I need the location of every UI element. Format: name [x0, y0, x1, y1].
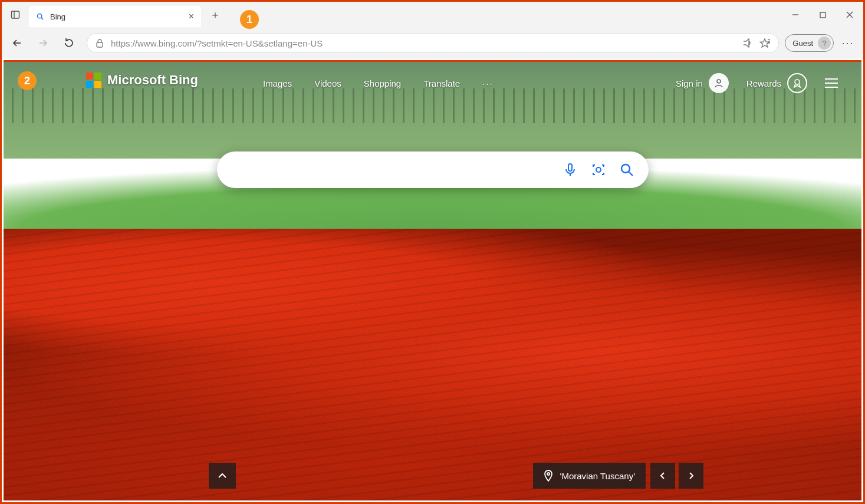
- browser-tab[interactable]: Bing ×: [29, 6, 201, 27]
- microsoft-tiles-icon: [86, 73, 101, 88]
- bing-favicon-icon: [36, 12, 44, 21]
- browser-chrome: Bing × ＋ 1 Guest ?: [2, 2, 863, 58]
- svg-point-19: [596, 167, 601, 172]
- hamburger-menu-icon[interactable]: [825, 78, 838, 88]
- avatar-icon: ?: [818, 37, 831, 50]
- nav-images[interactable]: Images: [263, 78, 292, 88]
- bing-header: Microsoft Bing Images Videos Shopping Tr…: [4, 62, 861, 104]
- close-tab-icon[interactable]: ×: [189, 12, 194, 21]
- window-controls: [782, 2, 863, 28]
- rewards-label: Rewards: [746, 78, 781, 88]
- new-tab-button[interactable]: ＋: [206, 5, 225, 24]
- close-window-button[interactable]: [836, 2, 863, 28]
- bing-nav: Images Videos Shopping Translate ···: [263, 78, 494, 88]
- location-pin-icon: [544, 470, 553, 482]
- tab-actions-icon[interactable]: [2, 10, 29, 19]
- nav-more-icon[interactable]: ···: [482, 78, 494, 88]
- bing-logo-text: Microsoft Bing: [107, 73, 198, 88]
- search-box: [217, 151, 649, 188]
- svg-rect-0: [12, 11, 19, 18]
- prev-image-button[interactable]: [650, 463, 675, 489]
- user-icon: [709, 73, 729, 93]
- svg-point-15: [717, 80, 721, 83]
- lock-icon: [96, 38, 104, 48]
- bing-footer: 'Moravian Tuscany': [4, 463, 861, 489]
- forward-button: [31, 31, 55, 55]
- svg-line-21: [629, 172, 633, 176]
- nav-translate[interactable]: Translate: [423, 78, 460, 88]
- browser-toolbar: Guest ? ···: [2, 28, 863, 58]
- voice-search-icon[interactable]: [563, 162, 578, 177]
- profile-button[interactable]: Guest ?: [785, 34, 834, 52]
- favorites-icon[interactable]: [759, 38, 770, 48]
- rewards-medal-icon: [787, 73, 807, 93]
- more-menu-button[interactable]: ···: [836, 31, 860, 55]
- maximize-button[interactable]: [809, 2, 836, 28]
- svg-rect-17: [568, 164, 572, 171]
- search-icon[interactable]: [619, 162, 634, 177]
- annotation-badge-2: 2: [18, 71, 37, 90]
- bing-homepage: 2 Microsoft Bing Images Videos Shopping …: [4, 62, 861, 500]
- image-info-button[interactable]: 'Moravian Tuscany': [533, 463, 646, 489]
- refresh-button[interactable]: [57, 31, 81, 55]
- image-search-icon[interactable]: [591, 162, 606, 177]
- svg-point-2: [37, 14, 41, 18]
- nav-videos[interactable]: Videos: [314, 78, 341, 88]
- expand-up-button[interactable]: [209, 463, 236, 489]
- svg-rect-10: [97, 42, 103, 47]
- svg-point-20: [621, 164, 630, 173]
- svg-point-22: [547, 473, 550, 475]
- svg-rect-5: [820, 12, 825, 18]
- nav-shopping[interactable]: Shopping: [364, 78, 401, 88]
- page-viewport: 2 Microsoft Bing Images Videos Shopping …: [4, 60, 861, 500]
- minimize-button[interactable]: [782, 2, 809, 28]
- read-aloud-icon[interactable]: [742, 38, 752, 48]
- address-bar[interactable]: [87, 33, 779, 53]
- back-button[interactable]: [5, 31, 29, 55]
- search-input[interactable]: [231, 164, 563, 176]
- rewards-button[interactable]: Rewards: [746, 73, 807, 93]
- next-image-button[interactable]: [679, 463, 703, 489]
- signin-label: Sign in: [676, 78, 703, 88]
- title-bar: Bing × ＋ 1: [2, 2, 863, 28]
- url-input[interactable]: [111, 38, 735, 48]
- annotation-badge-1: 1: [240, 10, 259, 29]
- tab-title: Bing: [50, 12, 65, 21]
- image-location-label: 'Moravian Tuscany': [560, 471, 635, 481]
- signin-button[interactable]: Sign in: [676, 73, 729, 93]
- page-scroll-region[interactable]: 2 Microsoft Bing Images Videos Shopping …: [4, 62, 861, 500]
- svg-point-16: [795, 80, 800, 84]
- svg-line-3: [41, 18, 43, 19]
- bing-logo[interactable]: Microsoft Bing: [86, 73, 198, 88]
- profile-label: Guest: [792, 39, 813, 48]
